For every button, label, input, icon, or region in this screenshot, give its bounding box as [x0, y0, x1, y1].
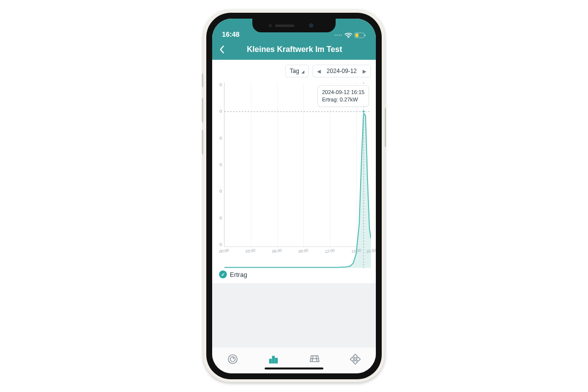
svg-rect-14 [356, 357, 360, 361]
plot-area: 2024-09-12 16:15 Ertrag: 0.27kW [224, 82, 371, 247]
x-axis-labels: 00:00 03:00 06:00 09:00 12:00 15:00 16:3… [224, 249, 371, 256]
range-selector[interactable]: Tag ◢ [285, 65, 308, 77]
chart-toolbar: Tag ◢ ◀ 2024-09-12 ▶ [212, 60, 376, 80]
tab-chart[interactable] [267, 352, 280, 366]
tooltip-time: 2024-09-12 16:15 [322, 89, 365, 96]
svg-point-0 [348, 37, 349, 38]
page-title: Kleines Kraftwerk Im Test [220, 45, 369, 54]
svg-rect-15 [353, 360, 357, 364]
date-next-button[interactable]: ▶ [363, 69, 367, 74]
gauge-icon [227, 353, 239, 365]
phone-notch [252, 19, 336, 32]
home-indicator[interactable] [265, 368, 323, 369]
svg-rect-12 [353, 354, 357, 358]
svg-rect-9 [270, 359, 271, 363]
date-stepper: ◀ 2024-09-12 ▶ [313, 65, 371, 77]
tiles-icon [349, 353, 361, 365]
svg-point-6 [362, 110, 365, 113]
tab-panels[interactable] [308, 352, 321, 366]
svg-rect-13 [350, 357, 354, 361]
svg-rect-3 [356, 34, 359, 37]
tooltip-value: Ertrag: 0.27kW [322, 96, 365, 103]
svg-rect-2 [365, 34, 366, 36]
y-axis-labels: 0 0 0 0 0 0 0 [214, 82, 222, 247]
chart-tooltip: 2024-09-12 16:15 Ertrag: 0.27kW [318, 85, 369, 107]
wifi-icon [344, 32, 352, 38]
status-time: 16:48 [222, 30, 247, 38]
battery-icon [354, 32, 366, 38]
tab-more[interactable] [348, 352, 362, 366]
empty-space [212, 283, 376, 347]
bar-chart-icon [268, 353, 279, 365]
legend-check-icon: ✓ [219, 270, 227, 278]
svg-point-7 [228, 355, 237, 364]
cell-signal-icon: •••• [334, 33, 343, 38]
date-value[interactable]: 2024-09-12 [327, 68, 357, 74]
series-line [224, 82, 371, 268]
date-prev-button[interactable]: ◀ [317, 69, 321, 74]
range-label: Tag [290, 68, 299, 74]
svg-rect-11 [275, 358, 277, 363]
dropdown-triangle-icon: ◢ [301, 70, 304, 74]
svg-rect-10 [272, 356, 274, 363]
chart[interactable]: 0 0 0 0 0 0 0 [212, 80, 376, 266]
chart-legend[interactable]: ✓ Ertrag [212, 266, 376, 283]
legend-label: Ertrag [230, 271, 247, 278]
app-header: Kleines Kraftwerk Im Test [212, 39, 376, 60]
solar-panel-icon [309, 353, 320, 365]
tab-gauge[interactable] [226, 352, 240, 366]
